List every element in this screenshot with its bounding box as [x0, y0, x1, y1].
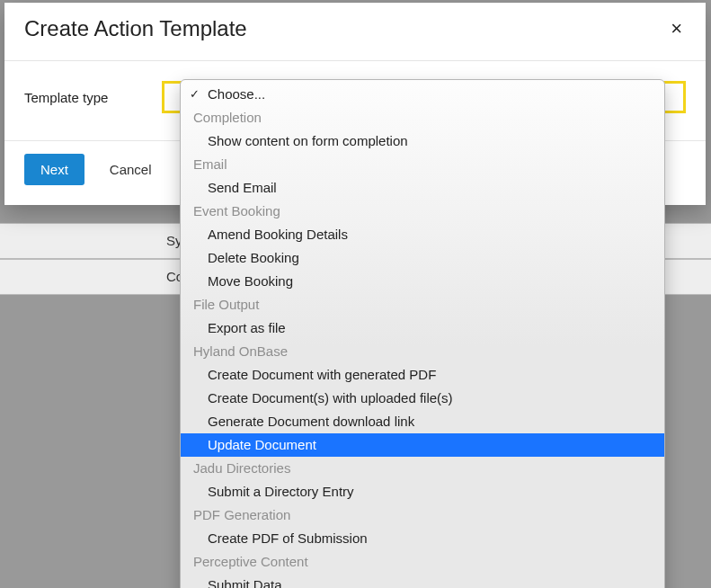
dropdown-option[interactable]: Send Email: [181, 176, 664, 200]
dropdown-option[interactable]: Export as file: [181, 316, 664, 340]
modal-header: Create Action Template ×: [4, 3, 706, 60]
close-icon[interactable]: ×: [667, 15, 686, 42]
dropdown-group-label: Perceptive Content: [181, 550, 664, 574]
dropdown-option-choose[interactable]: Choose...: [181, 83, 664, 106]
template-type-label: Template type: [24, 90, 108, 105]
dropdown-group-label: Event Booking: [181, 200, 664, 223]
cancel-button[interactable]: Cancel: [110, 162, 152, 177]
dropdown-option[interactable]: Delete Booking: [181, 246, 664, 270]
template-type-dropdown[interactable]: Choose... CompletionShow content on form…: [180, 79, 665, 588]
modal-title: Create Action Template: [24, 16, 247, 41]
dropdown-option[interactable]: Generate Document download link: [181, 410, 664, 433]
dropdown-group-label: Completion: [181, 106, 664, 129]
dropdown-option[interactable]: Submit a Directory Entry: [181, 480, 664, 503]
dropdown-option[interactable]: Amend Booking Details: [181, 223, 664, 246]
dropdown-option[interactable]: Submit Data: [181, 574, 664, 588]
next-button[interactable]: Next: [24, 154, 84, 185]
dropdown-option[interactable]: Update Document: [181, 433, 664, 457]
dropdown-option[interactable]: Show content on form completion: [181, 129, 664, 153]
dropdown-group-label: PDF Generation: [181, 503, 664, 527]
dropdown-group-label: Email: [181, 153, 664, 176]
dropdown-group-label: Jadu Directories: [181, 457, 664, 480]
dropdown-group-label: File Output: [181, 293, 664, 316]
dropdown-option[interactable]: Create Document(s) with uploaded file(s): [181, 387, 664, 410]
dropdown-group-label: Hyland OnBase: [181, 340, 664, 363]
dropdown-option[interactable]: Move Booking: [181, 270, 664, 293]
dropdown-option[interactable]: Create Document with generated PDF: [181, 363, 664, 387]
dropdown-option[interactable]: Create PDF of Submission: [181, 527, 664, 550]
